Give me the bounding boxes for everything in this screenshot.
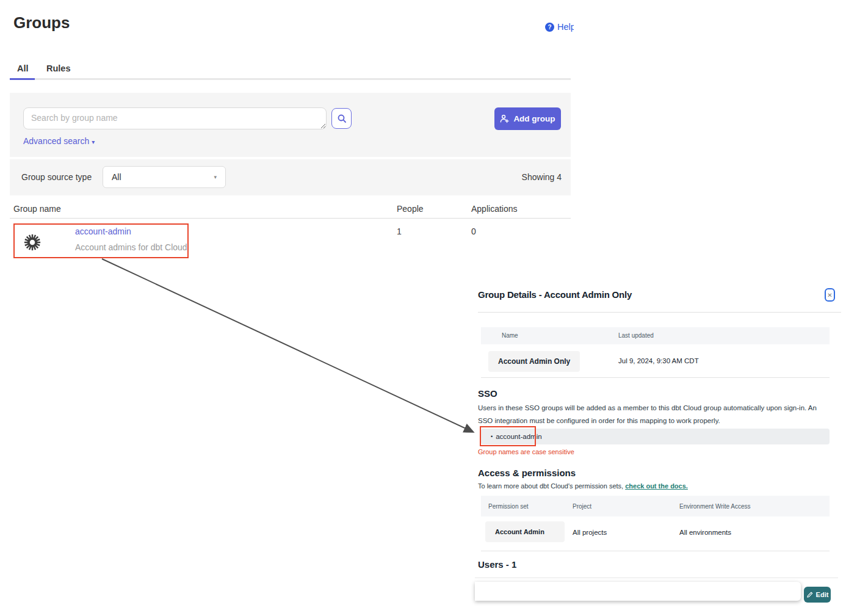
column-header-last-updated: Last updated: [618, 332, 654, 339]
search-input[interactable]: [23, 107, 327, 129]
search-button[interactable]: [331, 108, 352, 129]
tab-active-indicator: [10, 78, 35, 80]
add-group-button[interactable]: Add group: [494, 107, 561, 130]
column-header-project: Project: [573, 503, 591, 510]
tab-underline-track: [10, 78, 571, 80]
search-icon: [337, 114, 347, 123]
user-plus-icon: [500, 114, 509, 123]
group-avatar-gear-icon: [23, 233, 42, 254]
users-heading: Users - 1: [478, 559, 516, 570]
edit-button[interactable]: Edit: [804, 587, 831, 603]
column-header-permission-set: Permission set: [488, 503, 529, 510]
filter-section: [10, 159, 571, 195]
group-name-chip: Account Admin Only: [488, 351, 580, 372]
close-button[interactable]: ✕: [825, 288, 835, 302]
name-table-header-row: [481, 327, 830, 344]
permissions-table-header-row: [481, 496, 830, 516]
close-icon: ✕: [827, 292, 832, 299]
column-header-group-name: Group name: [13, 204, 61, 214]
access-permissions-description: To learn more about dbt Cloud's permissi…: [478, 482, 688, 490]
group-source-type-value: All: [112, 172, 214, 182]
case-sensitive-warning: Group names are case sensitive: [478, 448, 574, 455]
permission-set-chip: Account Admin: [485, 521, 565, 542]
pencil-icon: [806, 592, 813, 598]
name-table-divider: [481, 377, 830, 378]
caret-down-icon: ▾: [92, 139, 95, 145]
permissions-table-divider: [481, 551, 830, 551]
edit-label: Edit: [816, 591, 829, 598]
help-link[interactable]: ? Help: [545, 22, 574, 32]
access-description-prefix: To learn more about dbt Cloud's permissi…: [478, 482, 625, 490]
group-name-link[interactable]: account-admin: [75, 226, 131, 236]
showing-count: Showing 4: [501, 172, 562, 182]
users-divider: [475, 578, 838, 578]
advanced-search-toggle[interactable]: Advanced search▾: [23, 136, 95, 146]
last-updated-value: Jul 9, 2024, 9:30 AM CDT: [618, 357, 699, 364]
screenshot-root: Groups ? Help All Rules Advanced search▾: [0, 0, 846, 616]
group-details-panel: Group Details - Account Admin Only ✕ Nam…: [475, 281, 846, 616]
tab-rules[interactable]: Rules: [46, 63, 71, 73]
help-question-icon: ?: [545, 23, 554, 32]
group-source-type-select[interactable]: All ▾: [103, 166, 226, 188]
advanced-search-label: Advanced search: [23, 136, 89, 146]
sso-mapping-row: • account-admin: [481, 429, 830, 444]
column-header-name: Name: [502, 332, 518, 339]
column-header-applications: Applications: [471, 204, 518, 214]
project-value: All projects: [573, 529, 607, 536]
sso-heading: SSO: [478, 388, 497, 399]
table-row[interactable]: [10, 219, 571, 261]
caret-down-icon: ▾: [214, 174, 217, 180]
panel-title: Group Details - Account Admin Only: [478, 289, 632, 300]
column-header-people: People: [397, 204, 424, 214]
group-description: Account admins for dbt Cloud: [75, 242, 187, 252]
group-applications-count: 0: [471, 226, 476, 236]
page-title: Groups: [13, 13, 70, 32]
add-group-label: Add group: [513, 114, 555, 123]
access-permissions-heading: Access & permissions: [478, 468, 576, 478]
help-label: Help: [557, 22, 574, 32]
environment-value: All environments: [679, 529, 731, 536]
panel-header-divider: [478, 312, 841, 313]
sso-mapping-value: account-admin: [496, 433, 541, 440]
panel-footer-bar: [475, 582, 801, 601]
column-header-environment-write-access: Environment Write Access: [679, 503, 751, 510]
docs-link[interactable]: check out the docs.: [625, 482, 688, 490]
bullet-icon: •: [491, 433, 493, 440]
sso-description: Users in these SSO groups will be added …: [478, 402, 831, 427]
group-source-type-label: Group source type: [21, 172, 92, 182]
tab-all[interactable]: All: [17, 63, 29, 73]
group-people-count: 1: [397, 226, 402, 236]
